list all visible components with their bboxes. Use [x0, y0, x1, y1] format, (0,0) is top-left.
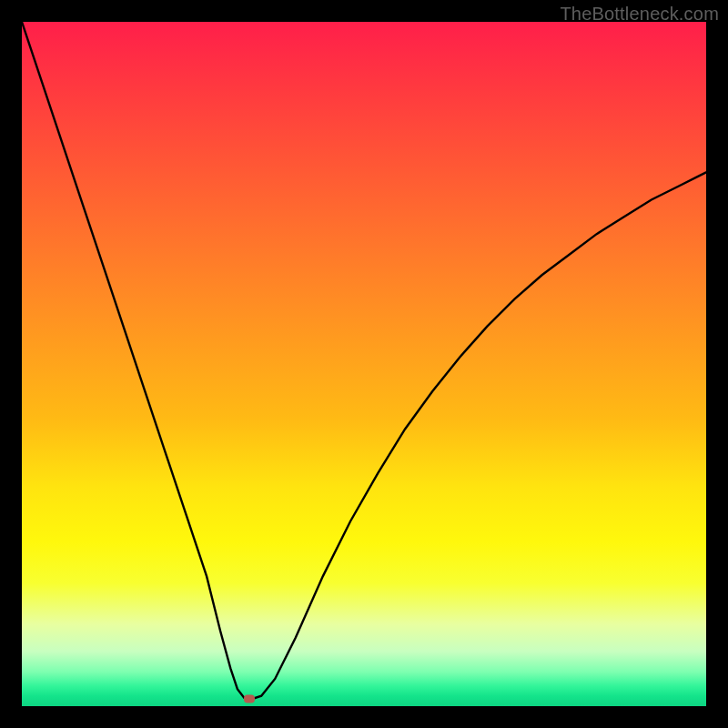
bottleneck-curve — [22, 22, 706, 699]
minimum-marker — [244, 694, 255, 703]
curve-svg — [22, 22, 706, 706]
watermark-text: TheBottleneck.com — [560, 4, 719, 25]
plot-area — [22, 22, 706, 706]
chart-frame: TheBottleneck.com — [0, 0, 728, 728]
